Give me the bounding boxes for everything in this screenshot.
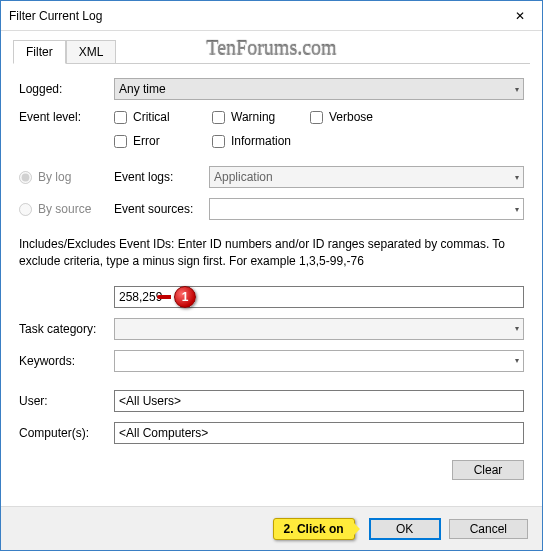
- event-logs-dropdown: Application ▾: [209, 166, 524, 188]
- title-bar: Filter Current Log ✕: [1, 1, 542, 31]
- warning-checkbox[interactable]: Warning: [212, 110, 292, 124]
- task-category-label: Task category:: [19, 322, 114, 336]
- information-checkbox[interactable]: Information: [212, 134, 292, 148]
- verbose-checkbox[interactable]: Verbose: [310, 110, 390, 124]
- event-sources-label: Event sources:: [114, 202, 209, 216]
- cancel-button[interactable]: Cancel: [449, 519, 528, 539]
- keywords-dropdown[interactable]: ▾: [114, 350, 524, 372]
- dialog-footer: 2. Click on OK Cancel: [1, 506, 542, 550]
- computers-label: Computer(s):: [19, 426, 114, 440]
- chevron-down-icon: ▾: [515, 85, 519, 94]
- computers-input[interactable]: [114, 422, 524, 444]
- chevron-down-icon: ▾: [515, 173, 519, 182]
- clear-button[interactable]: Clear: [452, 460, 524, 480]
- event-logs-label: Event logs:: [114, 170, 209, 184]
- tab-xml[interactable]: XML: [66, 40, 117, 64]
- logged-value: Any time: [119, 82, 166, 96]
- ok-button[interactable]: OK: [369, 518, 441, 540]
- close-button[interactable]: ✕: [497, 1, 542, 31]
- logged-label: Logged:: [19, 82, 114, 96]
- tab-strip: Filter XML: [13, 39, 530, 64]
- close-icon: ✕: [515, 9, 525, 23]
- critical-checkbox[interactable]: Critical: [114, 110, 194, 124]
- chevron-down-icon: ▾: [515, 205, 519, 214]
- task-category-dropdown: ▾: [114, 318, 524, 340]
- by-log-radio: By log: [19, 170, 114, 184]
- annotation-marker-2: 2. Click on: [273, 518, 355, 540]
- by-source-radio: By source: [19, 202, 114, 216]
- window-title: Filter Current Log: [9, 9, 497, 23]
- user-label: User:: [19, 394, 114, 408]
- dialog-content: Filter XML Logged: Any time ▾ Event leve…: [1, 31, 542, 494]
- chevron-down-icon: ▾: [515, 324, 519, 333]
- error-checkbox[interactable]: Error: [114, 134, 194, 148]
- chevron-down-icon: ▾: [515, 356, 519, 365]
- event-ids-help: Includes/Excludes Event IDs: Enter ID nu…: [13, 230, 530, 276]
- user-input[interactable]: [114, 390, 524, 412]
- annotation-marker-1: 1: [174, 286, 196, 308]
- keywords-label: Keywords:: [19, 354, 114, 368]
- event-logs-value: Application: [214, 170, 273, 184]
- tab-filter[interactable]: Filter: [13, 40, 66, 64]
- event-level-label: Event level:: [19, 110, 114, 124]
- event-sources-dropdown[interactable]: ▾: [209, 198, 524, 220]
- logged-dropdown[interactable]: Any time ▾: [114, 78, 524, 100]
